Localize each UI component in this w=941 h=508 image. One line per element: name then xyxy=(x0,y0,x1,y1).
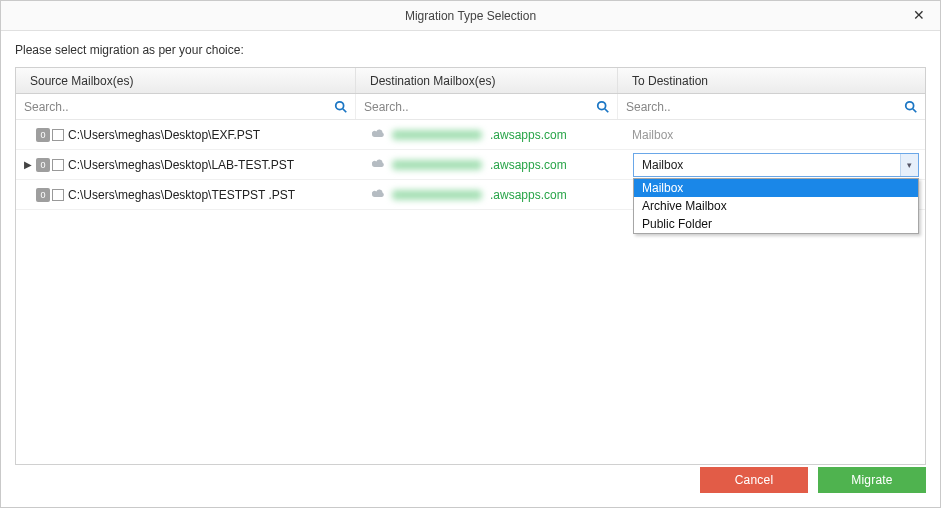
svg-line-5 xyxy=(913,108,917,112)
source-cell: ▶0C:\Users\meghas\Desktop\EXF.PST xyxy=(16,120,356,149)
grid-header: Source Mailbox(es) Destination Mailbox(e… xyxy=(16,68,925,94)
table-row[interactable]: ▶0C:\Users\meghas\Desktop\EXF.PST.awsapp… xyxy=(16,120,925,150)
destination-cell: .awsapps.com xyxy=(356,120,618,149)
combobox-option[interactable]: Archive Mailbox xyxy=(634,197,918,215)
destination-domain: .awsapps.com xyxy=(490,188,567,202)
grid-rows: ▶0C:\Users\meghas\Desktop\EXF.PST.awsapp… xyxy=(16,120,925,210)
window-title: Migration Type Selection xyxy=(405,9,536,23)
destination-cell: .awsapps.com xyxy=(356,150,618,179)
search-icon[interactable] xyxy=(595,99,611,115)
source-path: C:\Users\meghas\Desktop\LAB-TEST.PST xyxy=(68,158,294,172)
combobox-value: Mailbox xyxy=(642,158,683,172)
table-row[interactable]: ▶0C:\Users\meghas\Desktop\LAB-TEST.PST.a… xyxy=(16,150,925,180)
footer: Cancel Migrate xyxy=(700,467,926,493)
to-destination-cell[interactable]: Mailbox xyxy=(618,120,925,149)
titlebar: Migration Type Selection ✕ xyxy=(1,1,940,31)
search-icon[interactable] xyxy=(333,99,349,115)
cloud-icon xyxy=(370,127,386,142)
source-path: C:\Users\meghas\Desktop\EXF.PST xyxy=(68,128,260,142)
cancel-button[interactable]: Cancel xyxy=(700,467,808,493)
search-todestination-cell xyxy=(618,94,925,119)
svg-line-3 xyxy=(605,108,609,112)
redacted-text xyxy=(392,160,482,170)
count-badge: 0 xyxy=(36,158,50,172)
migrate-button[interactable]: Migrate xyxy=(818,467,926,493)
cloud-icon xyxy=(370,187,386,202)
redacted-text xyxy=(392,190,482,200)
combobox-option[interactable]: Mailbox xyxy=(634,179,918,197)
count-badge: 0 xyxy=(36,128,50,142)
instruction-text: Please select migration as per your choi… xyxy=(1,31,940,67)
column-header-destination[interactable]: Destination Mailbox(es) xyxy=(356,68,618,93)
migration-grid: Source Mailbox(es) Destination Mailbox(e… xyxy=(15,67,926,465)
search-destination-cell xyxy=(356,94,618,119)
source-cell: ▶0C:\Users\meghas\Desktop\LAB-TEST.PST xyxy=(16,150,356,179)
source-path: C:\Users\meghas\Desktop\TESTPST .PST xyxy=(68,188,295,202)
column-header-source[interactable]: Source Mailbox(es) xyxy=(16,68,356,93)
search-row xyxy=(16,94,925,120)
close-icon[interactable]: ✕ xyxy=(904,5,934,27)
column-header-to-destination[interactable]: To Destination xyxy=(618,68,925,93)
source-cell: ▶0C:\Users\meghas\Desktop\TESTPST .PST xyxy=(16,180,356,209)
destination-domain: .awsapps.com xyxy=(490,128,567,142)
svg-point-4 xyxy=(906,101,914,109)
cloud-icon xyxy=(370,157,386,172)
search-source-cell xyxy=(16,94,356,119)
expand-arrow-icon[interactable]: ▶ xyxy=(22,159,34,170)
search-destination-input[interactable] xyxy=(364,100,595,114)
row-checkbox[interactable] xyxy=(52,189,64,201)
destination-domain: .awsapps.com xyxy=(490,158,567,172)
row-checkbox[interactable] xyxy=(52,129,64,141)
svg-point-0 xyxy=(336,101,344,109)
count-badge: 0 xyxy=(36,188,50,202)
redacted-text xyxy=(392,130,482,140)
search-source-input[interactable] xyxy=(24,100,333,114)
search-todestination-input[interactable] xyxy=(626,100,903,114)
search-icon[interactable] xyxy=(903,99,919,115)
combobox-option[interactable]: Public Folder xyxy=(634,215,918,233)
combobox-dropdown: MailboxArchive MailboxPublic Folder xyxy=(633,178,919,234)
svg-line-1 xyxy=(343,108,347,112)
to-destination-combobox[interactable]: Mailbox▾ xyxy=(633,153,919,177)
row-checkbox[interactable] xyxy=(52,159,64,171)
chevron-down-icon[interactable]: ▾ xyxy=(900,154,918,176)
destination-cell: .awsapps.com xyxy=(356,180,618,209)
svg-point-2 xyxy=(598,101,606,109)
